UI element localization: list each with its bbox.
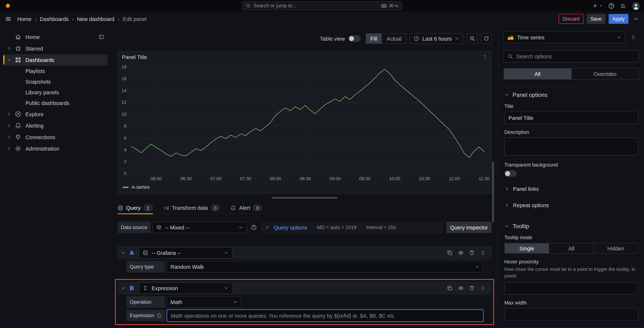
tab-overrides[interactable]: Overrides bbox=[571, 69, 639, 79]
hover-proximity-input[interactable] bbox=[504, 282, 638, 295]
datasource-help-button[interactable] bbox=[248, 222, 259, 233]
panel-links-section[interactable]: Panel links bbox=[504, 183, 638, 195]
options-search[interactable] bbox=[504, 50, 639, 62]
save-button[interactable]: Save bbox=[587, 14, 605, 24]
sidebar-item-dashboards[interactable]: Dashboards bbox=[3, 54, 108, 66]
fill-actual-segment: Fill Actual bbox=[366, 33, 406, 44]
hide-query-icon[interactable] bbox=[458, 250, 464, 256]
collapse-header-icon[interactable] bbox=[633, 16, 639, 22]
data-source-label: Data source bbox=[118, 222, 150, 233]
duplicate-query-icon[interactable] bbox=[447, 285, 453, 291]
tab-query[interactable]: Query2 bbox=[118, 202, 152, 214]
query-options-label[interactable]: Query options bbox=[274, 224, 307, 230]
top-search[interactable]: ⌘+k bbox=[242, 1, 402, 10]
sidebar-item-administration[interactable]: Administration bbox=[3, 143, 108, 154]
drag-handle-icon[interactable] bbox=[480, 285, 486, 291]
new-menu-button[interactable] bbox=[592, 3, 602, 9]
sidebar-item-label: Administration bbox=[26, 145, 59, 151]
discard-button[interactable]: Discard bbox=[558, 14, 583, 24]
chevron-right-icon[interactable] bbox=[6, 123, 12, 128]
user-avatar[interactable] bbox=[632, 2, 640, 9]
chevron-right-icon[interactable] bbox=[6, 135, 12, 140]
panel-collapse-icon[interactable] bbox=[98, 34, 104, 40]
chevron-right-icon bbox=[504, 186, 509, 191]
chevron-right-icon[interactable] bbox=[6, 146, 12, 151]
options-search-input[interactable] bbox=[516, 53, 635, 59]
viz-name: Time series bbox=[517, 34, 544, 40]
chevron-down-icon[interactable] bbox=[121, 250, 126, 255]
zoom-out-button[interactable] bbox=[467, 33, 478, 44]
description-textarea[interactable] bbox=[504, 138, 638, 156]
tooltip-mode-group: Single All Hidden bbox=[504, 243, 638, 254]
repeat-options-section[interactable]: Repeat options bbox=[504, 200, 638, 211]
plug-icon bbox=[15, 134, 21, 140]
sidebar-item-alerting[interactable]: Alerting bbox=[3, 120, 108, 131]
svg-text:16: 16 bbox=[122, 76, 126, 81]
clock-icon bbox=[414, 36, 420, 41]
operation-select[interactable]: Math bbox=[167, 296, 242, 308]
panel-title-input[interactable] bbox=[504, 112, 638, 124]
fill-option[interactable]: Fill bbox=[366, 34, 382, 43]
query-a-datasource-picker[interactable]: -- Grafana -- bbox=[139, 247, 232, 259]
scrollbar-thumb[interactable] bbox=[492, 162, 494, 222]
chevron-down-icon[interactable] bbox=[121, 286, 126, 291]
query-inspector-button[interactable]: Query inspector bbox=[446, 222, 492, 233]
tooltip-header[interactable]: Tooltip bbox=[504, 223, 638, 230]
hide-query-icon[interactable] bbox=[458, 285, 464, 291]
panel-options-header[interactable]: Panel options bbox=[504, 92, 638, 98]
help-icon[interactable] bbox=[608, 3, 614, 9]
collapse-pane-button[interactable] bbox=[628, 31, 639, 43]
query-a-header[interactable]: A -- Grafana -- bbox=[118, 246, 492, 259]
data-source-picker[interactable]: -- Mixed -- bbox=[152, 222, 246, 233]
query-type-select[interactable]: Random Walk bbox=[167, 261, 483, 273]
breadcrumb-item-dashboards[interactable]: Dashboards bbox=[40, 16, 69, 22]
transparent-background-toggle[interactable] bbox=[504, 170, 517, 177]
refresh-button[interactable] bbox=[481, 33, 492, 44]
expression-input[interactable] bbox=[167, 310, 483, 322]
sidebar-item-snapshots[interactable]: Snapshots bbox=[3, 76, 108, 87]
delete-query-icon[interactable] bbox=[469, 250, 475, 256]
breadcrumb-item-home[interactable]: Home bbox=[17, 16, 32, 22]
tooltip-mode-single[interactable]: Single bbox=[505, 243, 549, 253]
panel-resize-handle[interactable] bbox=[272, 197, 338, 199]
duplicate-query-icon[interactable] bbox=[447, 250, 453, 256]
info-icon[interactable] bbox=[156, 313, 162, 318]
tab-alert[interactable]: Alert0 bbox=[230, 202, 262, 214]
grafana-logo-icon[interactable] bbox=[4, 2, 12, 9]
sidebar-item-label: Public dashboards bbox=[26, 100, 69, 106]
tab-transform-data[interactable]: Transform data0 bbox=[163, 202, 220, 214]
search-input[interactable] bbox=[253, 3, 378, 9]
tooltip-mode-hidden[interactable]: Hidden bbox=[594, 243, 638, 253]
apply-button[interactable]: Apply bbox=[609, 14, 628, 24]
actual-option[interactable]: Actual bbox=[382, 34, 406, 43]
svg-text:12: 12 bbox=[122, 100, 126, 105]
table-view-toggle[interactable] bbox=[348, 35, 360, 42]
query-b-header[interactable]: B Expression bbox=[118, 282, 492, 295]
sidebar-item-starred[interactable]: Starred bbox=[3, 43, 108, 54]
max-width-input[interactable] bbox=[504, 308, 638, 321]
chevron-right-icon[interactable] bbox=[6, 46, 12, 51]
tooltip-mode-all[interactable]: All bbox=[549, 243, 594, 253]
sidebar-item-explore[interactable]: Explore bbox=[3, 108, 108, 120]
legend-label[interactable]: A-series bbox=[132, 184, 150, 190]
panel-menu-icon[interactable] bbox=[482, 54, 488, 60]
breadcrumb-item-new-dashboard[interactable]: New dashboard bbox=[77, 16, 114, 22]
query-b-datasource-picker[interactable]: Expression bbox=[139, 282, 232, 294]
chevron-right-icon bbox=[504, 203, 509, 208]
sidebar-item-library-panels[interactable]: Library panels bbox=[3, 87, 108, 98]
menu-toggle-icon[interactable] bbox=[5, 16, 12, 22]
sidebar-item-connections[interactable]: Connections bbox=[3, 131, 108, 143]
chevron-right-icon[interactable] bbox=[6, 112, 12, 117]
svg-text:2: 2 bbox=[124, 159, 126, 164]
time-range-picker[interactable]: Last 6 hours bbox=[410, 33, 464, 44]
tab-all[interactable]: All bbox=[504, 69, 571, 79]
visualization-picker[interactable]: Time series bbox=[504, 31, 625, 43]
news-icon[interactable] bbox=[620, 3, 626, 9]
chevron-down-icon[interactable] bbox=[6, 57, 12, 62]
sidebar-item-public-dashboards[interactable]: Public dashboards bbox=[3, 98, 108, 108]
sidebar-item-playlists[interactable]: Playlists bbox=[3, 66, 108, 76]
drag-handle-icon[interactable] bbox=[480, 250, 486, 256]
delete-query-icon[interactable] bbox=[469, 285, 475, 291]
query-options-bar[interactable]: Query options MD = auto = 1019 Interval … bbox=[261, 222, 442, 233]
sidebar-item-home[interactable]: Home bbox=[3, 31, 108, 43]
